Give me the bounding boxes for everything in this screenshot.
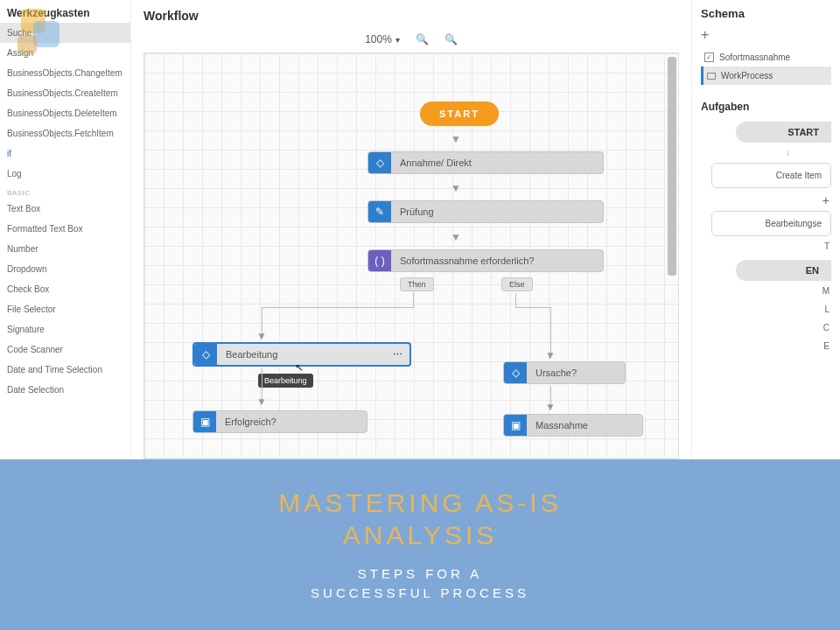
trail-label: M (701, 286, 831, 296)
schema-panel: Schema + ✓ Sofortmassnahme WorkProcess A… (691, 0, 840, 459)
toolbox-item[interactable]: Dropdown (0, 259, 130, 279)
task-start-pill[interactable]: START (736, 122, 831, 143)
banner-headline-line1: MASTERING AS-IS (278, 486, 561, 520)
toolbox-title: Werkzeugkasten (0, 4, 130, 23)
add-task-button[interactable]: + (701, 193, 831, 207)
workflow-title: Workflow (144, 7, 679, 30)
toolbox-item[interactable]: File Selector (0, 299, 130, 319)
check-icon: ▣ (193, 411, 216, 432)
decision-icon: ( ) (368, 250, 391, 271)
trail-label: L (701, 304, 831, 314)
app-frame: Werkzeugkasten Suche Assign BusinessObje… (0, 0, 840, 459)
zoom-dropdown[interactable]: 100% ▾ (365, 33, 400, 46)
arrow-down-icon: ↓ (701, 148, 831, 158)
add-schema-button[interactable]: + (701, 27, 831, 43)
banner-headline: MASTERING AS-IS ANALYSIS (278, 486, 561, 552)
connector (413, 293, 414, 307)
toolbox-item-search[interactable]: Suche (0, 23, 130, 43)
toolbox-item[interactable]: Assign (0, 43, 130, 63)
schema-item-workprocess[interactable]: WorkProcess (701, 66, 831, 85)
task-end-pill[interactable]: EN (736, 260, 831, 281)
arrow-down-icon: ▼ (451, 232, 461, 242)
trail-label: C (701, 323, 831, 332)
schema-item-label: WorkProcess (721, 71, 773, 80)
toolbox-item[interactable]: Date and Time Selection (0, 360, 130, 380)
toolbox-item[interactable]: Formatted Text Box (0, 219, 130, 239)
arrow-down-icon: ▼ (545, 350, 556, 360)
zoom-in-icon[interactable]: 🔍 (416, 33, 429, 46)
zoom-out-icon[interactable]: 🔍 (444, 33, 458, 46)
toolbox-item[interactable]: BusinessObjects.CreateItem (0, 83, 130, 103)
toolbox-item[interactable]: Date Selection (0, 380, 130, 400)
toolbox-item-log[interactable]: Log (0, 164, 130, 184)
node-pruefung[interactable]: ✎ Prüfung (368, 200, 604, 223)
banner-subtitle: STEPS FOR A SUCCESSFUL PROCESS (311, 564, 529, 604)
tooltip: Bearbeitung (258, 374, 313, 388)
node-label: Erfolgreich? (216, 411, 367, 432)
vertical-scrollbar[interactable] (668, 57, 676, 276)
step-icon: ◇ (504, 362, 527, 383)
trail-label: E (701, 341, 831, 351)
zoom-value: 100% (365, 33, 392, 46)
toolbox-item[interactable]: Signature (0, 319, 130, 340)
toolbox-item-if[interactable]: if (0, 144, 130, 164)
task-create-item[interactable]: Create Item (711, 163, 831, 188)
connector (550, 307, 551, 354)
more-icon[interactable]: ⋯ (386, 349, 410, 360)
toolbox-item[interactable]: BusinessObjects.FetchItem (0, 123, 130, 144)
arrow-down-icon: ▼ (451, 183, 461, 193)
node-label: Sofortmassnahme erforderlich? (391, 250, 603, 271)
tasks-title: Aufgaben (701, 101, 831, 113)
node-massnahme[interactable]: ▣ Massnahme (503, 414, 643, 437)
arrow-down-icon: ▼ (256, 396, 267, 407)
square-icon (707, 73, 716, 80)
banner-sub-line2: SUCCESSFUL PROCESS (311, 584, 529, 604)
node-label: Ursache? (527, 362, 625, 383)
task-edit[interactable]: Bearbeitungse (711, 211, 831, 236)
node-annahme[interactable]: ◇ Annahme/ Direkt (368, 151, 604, 174)
check-icon: ▣ (504, 415, 527, 436)
connector (515, 307, 550, 308)
arrow-down-icon: ▼ (256, 331, 267, 341)
connector (515, 293, 516, 307)
cursor-icon: ↖ (295, 361, 304, 374)
toolbox-sidebar: Werkzeugkasten Suche Assign BusinessObje… (0, 0, 131, 459)
toolbox-item[interactable]: BusinessObjects.ChangeItem (0, 63, 130, 83)
step-icon: ◇ (194, 344, 217, 365)
schema-title: Schema (701, 7, 831, 20)
checkbox-icon: ✓ (704, 52, 714, 62)
node-label: Massnahme (527, 415, 642, 436)
branch-then[interactable]: Then (400, 277, 434, 291)
branch-else[interactable]: Else (501, 277, 533, 291)
workflow-canvas[interactable]: START ▼ ◇ Annahme/ Direkt ▼ ✎ Prüfung ▼ … (144, 52, 679, 459)
toolbox-item[interactable]: Check Box (0, 279, 130, 299)
schema-item-sofort[interactable]: ✓ Sofortmassnahme (701, 48, 831, 66)
zoom-toolbar: 100% ▾ 🔍 🔍 (144, 30, 679, 52)
node-label: Annahme/ Direkt (391, 152, 603, 173)
node-erfolgreich[interactable]: ▣ Erfolgreich? (192, 410, 368, 433)
toolbox-item[interactable]: Text Box (0, 199, 130, 219)
banner-sub-line1: STEPS FOR A (311, 564, 529, 584)
edit-icon: ✎ (368, 201, 391, 222)
connector (262, 307, 414, 308)
banner-headline-line2: ANALYSIS (278, 519, 561, 552)
schema-item-label: Sofortmassnahme (719, 52, 790, 62)
step-icon: ◇ (368, 152, 391, 173)
chevron-down-icon: ▾ (396, 35, 400, 45)
arrow-down-icon: ▼ (545, 402, 556, 412)
overlay-banner: MASTERING AS-IS ANALYSIS STEPS FOR A SUC… (0, 459, 840, 630)
workflow-panel: Workflow 100% ▾ 🔍 🔍 START ▼ ◇ Annahme/ D (131, 0, 691, 459)
trail-label: T (701, 242, 831, 251)
toolbox-item[interactable]: BusinessObjects.DeleteItem (0, 103, 130, 123)
toolbox-item[interactable]: Code Scanner (0, 340, 130, 360)
node-decision[interactable]: ( ) Sofortmassnahme erforderlich? (368, 249, 604, 272)
node-label: Prüfung (391, 201, 603, 222)
arrow-down-icon: ▼ (451, 134, 461, 144)
start-node[interactable]: START (420, 102, 499, 126)
toolbox-item[interactable]: Number (0, 239, 130, 259)
node-ursache[interactable]: ◇ Ursache? (503, 361, 626, 384)
toolbox-section-basic: BASIC (0, 184, 130, 199)
